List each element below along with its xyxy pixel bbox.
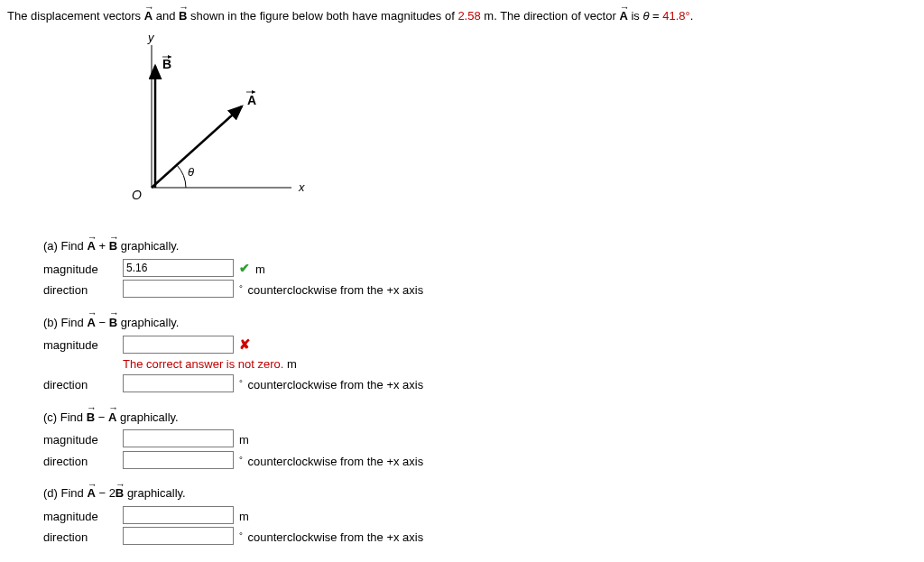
vector-A: A: [144, 7, 152, 25]
check-icon: ✔: [239, 259, 250, 278]
part-d-magnitude-input[interactable]: [123, 506, 234, 524]
theta-label: θ: [188, 165, 194, 179]
direction-label: direction: [43, 374, 123, 394]
direction-label: direction: [43, 280, 123, 299]
part-d-direction-input[interactable]: [123, 527, 234, 545]
unit-m: m: [255, 259, 265, 279]
magnitude-label: magnitude: [43, 259, 123, 279]
part-c-magnitude-input[interactable]: [123, 429, 234, 447]
part-c: (c) Find B − A graphically. magnitude m …: [43, 409, 917, 471]
magnitude-label: magnitude: [43, 429, 123, 449]
statement-and: and: [156, 9, 179, 23]
magnitude-label: magnitude: [43, 335, 123, 355]
problem-statement: The displacement vectors A and B shown i…: [7, 7, 917, 25]
part-c-title: (c) Find B − A graphically.: [43, 409, 917, 427]
magnitude-label: magnitude: [43, 506, 123, 526]
statement-text: The displacement vectors: [7, 9, 144, 23]
magnitude-value: 2.58: [457, 9, 480, 23]
part-a: (a) Find A + B graphically. magnitude ✔ …: [43, 237, 917, 299]
angle-value: 41.8: [662, 9, 685, 23]
direction-label: direction: [43, 527, 123, 547]
part-b-magnitude-input[interactable]: [123, 336, 234, 354]
unit-m: m: [239, 506, 249, 526]
y-axis-label: y: [147, 34, 155, 44]
unit-m: m: [239, 429, 249, 449]
part-a-magnitude-input[interactable]: [123, 259, 234, 277]
feedback-text: The correct answer is not zero.: [123, 357, 283, 371]
direction-label: direction: [43, 451, 123, 471]
part-c-direction-input[interactable]: [123, 451, 234, 469]
vec-B-label: B: [162, 57, 171, 71]
origin-label: O: [132, 188, 142, 202]
part-d-title: (d) Find A − 2B graphically.: [43, 484, 917, 502]
degree-icon: °: [239, 455, 243, 465]
part-a-title: (a) Find A + B graphically.: [43, 237, 917, 255]
vector-B: B: [179, 7, 187, 25]
degree-icon: °: [239, 530, 243, 540]
svg-line-5: [152, 106, 242, 188]
x-icon: ✘: [239, 335, 251, 355]
degree-icon: °: [239, 283, 243, 293]
degree-icon: °: [239, 378, 243, 388]
part-a-direction-input[interactable]: [123, 280, 234, 298]
vector-figure: x y O B A θ: [116, 34, 917, 220]
vector-A-2: A: [619, 7, 627, 25]
part-d: (d) Find A − 2B graphically. magnitude m…: [43, 484, 917, 547]
part-b-title: (b) Find A − B graphically.: [43, 314, 917, 332]
theta-symbol: θ: [642, 9, 649, 23]
x-axis-label: x: [298, 180, 305, 194]
part-b-direction-input[interactable]: [123, 374, 234, 392]
vec-A-label: A: [247, 93, 256, 107]
part-b: (b) Find A − B graphically. magnitude ✘ …: [43, 314, 917, 394]
